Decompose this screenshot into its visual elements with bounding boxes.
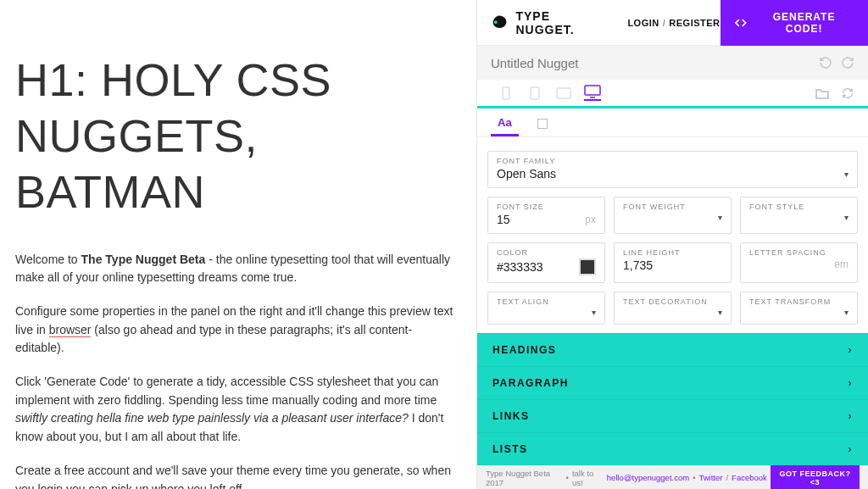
preview-paragraph-account[interactable]: Create a free account and we'll save you… (15, 462, 458, 489)
chevron-down-icon: ▾ (844, 169, 849, 179)
slash: / (663, 18, 666, 28)
text: Click 'Generate Code' to generate a tidy… (15, 375, 438, 407)
label: FONT WEIGHT (623, 203, 722, 211)
chevron-right-icon: › (849, 410, 854, 422)
nugget-title[interactable]: Untitled Nugget (491, 56, 578, 70)
logo[interactable]: TYPE NUGGET. (491, 9, 610, 36)
device-selector-row (477, 80, 868, 108)
device-phone-icon[interactable] (498, 86, 515, 101)
code-icon (734, 16, 748, 30)
label: COLOR (497, 248, 596, 257)
feedback-button[interactable]: GOT FEEDBACK? <3 (771, 465, 860, 490)
footer-twitter-link[interactable]: Twitter (698, 473, 722, 482)
field-letter-spacing[interactable]: LETTER SPACING em (740, 242, 858, 283)
nugget-title-bar: Untitled Nugget (477, 46, 868, 80)
slash: / (726, 473, 728, 482)
device-desktop-icon[interactable] (584, 86, 601, 101)
footer-email-link[interactable]: hello@typenugget.com (607, 473, 689, 482)
label: LETTER SPACING (749, 248, 849, 257)
field-line-height[interactable]: LINE HEIGHT 1,735 (614, 242, 732, 283)
login-link[interactable]: LOGIN (627, 18, 659, 28)
text-bold: The Type Nugget Beta (81, 253, 206, 266)
unit: em (834, 258, 849, 270)
chevron-down-icon: ▾ (844, 213, 849, 222)
field-text-align[interactable]: TEXT ALIGN ▾ (487, 292, 605, 325)
undo-icon[interactable] (819, 56, 832, 69)
label: TEXT ALIGN (497, 297, 596, 306)
footer-facebook-link[interactable]: Facebook (732, 473, 767, 482)
control-pane: TYPE NUGGET. LOGIN / REGISTER GENERATE C… (476, 0, 868, 489)
footer-text: Type Nugget Beta 2017 (486, 469, 563, 487)
chevron-down-icon: ▾ (718, 213, 722, 222)
svg-point-0 (494, 20, 498, 24)
label: PARAGRAPH (492, 377, 569, 389)
login-register: LOGIN / REGISTER (627, 18, 720, 28)
chevron-down-icon: ▾ (718, 308, 722, 317)
logo-icon (491, 14, 509, 31)
unit: px (585, 214, 596, 225)
svg-rect-4 (585, 86, 600, 95)
label: FONT SIZE (497, 203, 596, 211)
font-folder-icon[interactable] (815, 86, 829, 100)
chevron-right-icon: › (849, 344, 854, 356)
tab-typography[interactable]: Aa (491, 111, 519, 136)
field-font-family[interactable]: FONT FAMILY Open Sans ▾ (487, 151, 858, 188)
chevron-right-icon: › (849, 443, 854, 455)
footer-text: talk to us! (572, 469, 604, 487)
chevron-down-icon: ▾ (844, 308, 849, 317)
text: Welcome to (15, 253, 81, 266)
value: 15 (497, 213, 510, 226)
logo-text: TYPE NUGGET. (515, 9, 610, 36)
label: FONT STYLE (749, 203, 849, 211)
section-accordion: HEADINGS› PARAGRAPH› LINKS› LISTS› (477, 333, 868, 465)
text-italic: swiftly creating hella fine web type pai… (15, 411, 409, 425)
label: LINE HEIGHT (623, 248, 722, 257)
svg-rect-1 (503, 87, 509, 99)
box-icon (537, 119, 548, 129)
field-color[interactable]: COLOR #333333 (487, 242, 605, 283)
preview-paragraph-generate[interactable]: Click 'Generate Code' to generate a tidy… (15, 373, 458, 447)
label: HEADINGS (492, 344, 556, 356)
generate-label: GENERATE CODE! (754, 11, 854, 35)
field-font-size[interactable]: FONT SIZE 15 px (487, 197, 605, 234)
preview-heading-1[interactable]: H1: HOLY CSS NUGGETS, BATMAN (15, 53, 458, 220)
generate-code-button[interactable]: GENERATE CODE! (721, 0, 868, 46)
dot: • (693, 473, 695, 482)
label: TEXT TRANSFORM (749, 297, 849, 306)
register-link[interactable]: REGISTER (669, 18, 720, 28)
device-tablet-landscape-icon[interactable] (555, 86, 572, 101)
dot: • (566, 473, 569, 482)
svg-rect-2 (531, 87, 539, 99)
field-text-decoration[interactable]: TEXT DECORATION ▾ (614, 292, 732, 325)
accordion-paragraph[interactable]: PARAGRAPH› (477, 366, 868, 399)
field-font-style[interactable]: FONT STYLE ▾ (740, 197, 858, 234)
top-bar: TYPE NUGGET. LOGIN / REGISTER GENERATE C… (477, 0, 868, 46)
text: you can pick up where you left off. (63, 482, 245, 490)
style-tab-row: Aa (477, 108, 868, 137)
label: TEXT DECORATION (623, 297, 722, 306)
accordion-headings[interactable]: HEADINGS› (477, 333, 868, 366)
value: Open Sans (497, 167, 556, 181)
value: #333333 (497, 260, 543, 274)
spellcheck-underline: login (37, 482, 63, 490)
spellcheck-underline: browser (49, 323, 92, 337)
refresh-icon[interactable] (841, 86, 854, 100)
chevron-right-icon: › (849, 377, 854, 389)
label: LISTS (492, 443, 528, 455)
accordion-links[interactable]: LINKS› (477, 399, 868, 432)
preview-paragraph-welcome[interactable]: Welcome to The Type Nugget Beta - the on… (15, 251, 458, 287)
color-swatch[interactable] (579, 258, 596, 275)
label: FONT FAMILY (497, 157, 849, 165)
device-tablet-portrait-icon[interactable] (526, 86, 543, 101)
preview-pane: H1: HOLY CSS NUGGETS, BATMAN Welcome to … (0, 0, 476, 489)
controls-body: FONT FAMILY Open Sans ▾ FONT SIZE 15 px … (477, 137, 868, 333)
svg-rect-3 (557, 88, 570, 98)
redo-icon[interactable] (841, 56, 854, 69)
tab-box[interactable] (531, 114, 554, 136)
accordion-lists[interactable]: LISTS› (477, 432, 868, 465)
footer-bar: Type Nugget Beta 2017 • talk to us! hell… (477, 465, 868, 489)
field-text-transform[interactable]: TEXT TRANSFORM ▾ (740, 292, 858, 325)
field-font-weight[interactable]: FONT WEIGHT ▾ (614, 197, 732, 234)
chevron-down-icon: ▾ (592, 308, 596, 317)
preview-paragraph-configure[interactable]: Configure some properties in the panel o… (15, 303, 458, 358)
